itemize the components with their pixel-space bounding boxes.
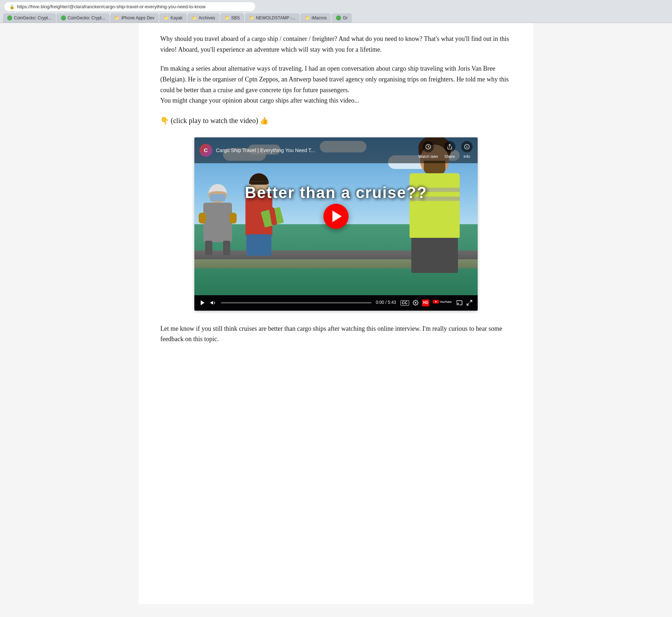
svg-marker-5: [211, 301, 213, 305]
watch-later-btn[interactable]: Watch later: [418, 141, 438, 160]
settings-button[interactable]: [413, 300, 418, 306]
video-embed: Better than a cruise?? C Cargo Ship Trav…: [194, 137, 478, 310]
video-title-bar: C Cargo Ship Travel | Everything You Nee…: [194, 137, 478, 163]
volume-button[interactable]: [210, 300, 217, 306]
tab-label-1: CoinGecko: Crypt...: [14, 15, 52, 20]
worker-vest: [410, 173, 460, 238]
video-title-icons: Watch later Share: [418, 141, 473, 160]
tab-favicon-1: [7, 15, 12, 20]
tab-coingecko-2[interactable]: CoinGecko: Crypt...: [57, 13, 110, 23]
video-controls-bar: 0:00 / 5:43 CC HD: [194, 295, 478, 310]
folder-icon-3: 📁: [114, 16, 119, 20]
bernie-mitten-left: [199, 213, 206, 223]
channel-avatar-inner: C: [199, 144, 212, 157]
folder-icon-5: 📁: [192, 16, 197, 20]
youtube-logo: YouTube: [433, 298, 453, 307]
bernie-leg-right: [223, 241, 230, 255]
svg-marker-4: [201, 301, 205, 306]
info-btn[interactable]: Info: [461, 141, 473, 160]
watch-later-label: Watch later: [418, 153, 438, 160]
tab-favicon-9: [336, 15, 341, 20]
tab-label-4: Kayak: [170, 15, 182, 20]
tab-label-2: CoinGecko: Crypt...: [68, 15, 105, 20]
tab-label-8: iMacros: [312, 15, 327, 20]
article-paragraph-3: Let me know if you still think cruises a…: [160, 324, 512, 345]
fullscreen-button[interactable]: [466, 300, 473, 306]
info-icon: [461, 141, 473, 152]
tab-iphone-apps[interactable]: 📁 iPhone Apps Dev: [110, 13, 158, 23]
info-label: Info: [464, 153, 470, 160]
page-content: Why should you travel aboard of a cargo …: [139, 23, 533, 604]
tab-gr[interactable]: Gr: [332, 13, 352, 23]
tab-label-9: Gr: [343, 15, 347, 20]
svg-text:YouTube: YouTube: [440, 300, 452, 303]
tab-label-3: iPhone Apps Dev: [121, 15, 154, 20]
browser-chrome: 🔒 https://hive.blog/freighter/@clarafran…: [0, 0, 672, 23]
article-paragraph-1: Why should you travel aboard of a cargo …: [160, 34, 512, 55]
time-display: 0:00 / 5:43: [376, 299, 396, 306]
tab-label-6: SBS: [231, 15, 240, 20]
play-button[interactable]: [323, 204, 349, 229]
tab-kayak[interactable]: 📁 Kayak: [159, 13, 186, 23]
share-label: Share: [444, 153, 455, 160]
tab-favicon-2: [61, 15, 66, 20]
url-text: https://hive.blog/freighter/@clarafranck…: [17, 4, 205, 9]
watch-later-icon: [422, 141, 434, 152]
video-thumbnail[interactable]: Better than a cruise?? C Cargo Ship Trav…: [194, 137, 478, 295]
bernie-coat: [203, 203, 232, 242]
cc-button[interactable]: CC: [401, 300, 409, 306]
article-body: Why should you travel aboard of a cargo …: [160, 34, 512, 345]
video-title-text-label: Cargo Ship Travel | Everything You Need …: [216, 146, 415, 155]
channel-avatar: C: [199, 144, 212, 157]
overlay-main-text: Better than a cruise??: [209, 184, 464, 201]
tab-imacros[interactable]: 📁 iMacros: [300, 13, 331, 23]
article-paragraph-2: I'm making a series about alternative wa…: [160, 63, 512, 106]
emoji-thumbs-up: 👍: [260, 115, 269, 127]
play-triangle-icon: [332, 211, 342, 222]
emoji-cta-line: 👇 (click play to watch the video) 👍: [160, 115, 512, 127]
hd-badge: HD: [422, 300, 429, 306]
emoji-point-down: 👇: [160, 115, 169, 127]
share-icon: [444, 141, 455, 152]
tabs-row: CoinGecko: Crypt... CoinGecko: Crypt... …: [0, 13, 672, 23]
video-wrapper[interactable]: Better than a cruise?? C Cargo Ship Trav…: [194, 137, 478, 310]
folder-icon-8: 📁: [305, 16, 310, 20]
tab-label-5: Archives: [199, 15, 215, 20]
folder-icon-7: 📁: [249, 16, 254, 20]
svg-point-6: [415, 302, 416, 303]
bernie-leg-left: [205, 241, 212, 255]
lock-icon: 🔒: [9, 4, 15, 9]
address-bar[interactable]: 🔒 https://hive.blog/freighter/@clarafran…: [4, 2, 255, 11]
video-controls-right: CC HD YouTube: [401, 298, 473, 307]
woman-jeans: [246, 234, 271, 256]
share-btn[interactable]: Share: [444, 141, 455, 160]
video-overlay-text: Better than a cruise??: [209, 184, 464, 201]
folder-icon-6: 📁: [224, 16, 229, 20]
play-pause-button[interactable]: [199, 300, 206, 306]
worker-pants: [411, 237, 458, 273]
cast-button[interactable]: [456, 300, 463, 306]
tab-coingecko-1[interactable]: CoinGecko: Crypt...: [3, 13, 56, 23]
tab-label-7: NEWOLDSTAMP -...: [256, 15, 295, 20]
svg-line-11: [470, 301, 472, 302]
tab-sbs[interactable]: 📁 SBS: [220, 13, 244, 23]
svg-line-12: [467, 303, 469, 305]
folder-icon-4: 📁: [164, 16, 169, 20]
tab-newoldstamp[interactable]: 📁 NEWOLDSTAMP -...: [245, 13, 300, 23]
tab-archives[interactable]: 📁 Archives: [188, 13, 219, 23]
avatar-letter: C: [204, 146, 208, 155]
address-bar-row: 🔒 https://hive.blog/freighter/@clarafran…: [0, 0, 672, 13]
cta-text: (click play to watch the video): [171, 115, 258, 127]
progress-bar[interactable]: [221, 302, 372, 303]
